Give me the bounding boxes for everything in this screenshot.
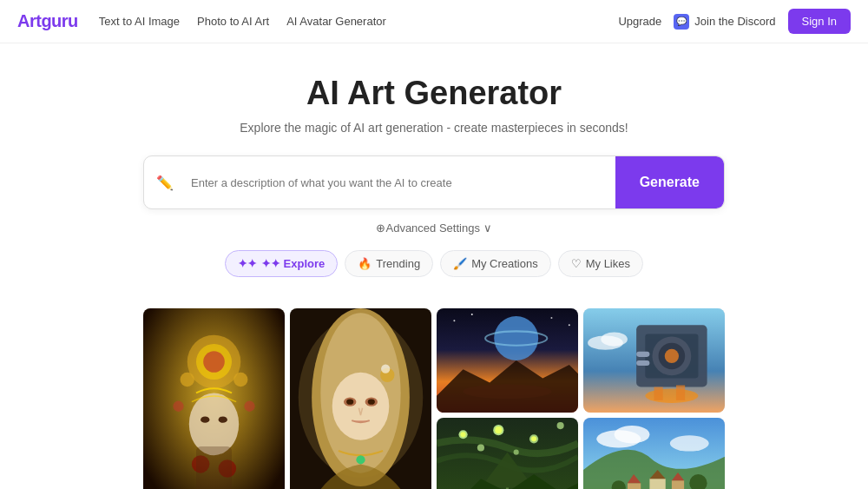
gallery-item-starry-hills[interactable] <box>437 418 578 489</box>
pencil-icon: ✏️ <box>144 175 182 191</box>
logo[interactable]: Artguru <box>17 11 78 31</box>
upgrade-button[interactable]: Upgrade <box>618 15 661 28</box>
svg-point-27 <box>494 316 538 360</box>
gallery-item-scifi-machine[interactable] <box>583 308 725 413</box>
svg-point-3 <box>203 351 225 373</box>
my-creations-icon: 🖌️ <box>453 257 467 270</box>
my-likes-icon: ♡ <box>571 257 582 270</box>
tab-explore[interactable]: ✦✦ ✦✦ Explore <box>225 250 338 277</box>
signin-button[interactable]: Sign In <box>788 9 851 34</box>
svg-point-23 <box>356 455 365 464</box>
svg-point-25 <box>381 365 390 373</box>
discord-button[interactable]: 💬 Join the Discord <box>674 14 775 30</box>
nav-photo-to-ai[interactable]: Photo to AI Art <box>197 15 269 28</box>
svg-point-49 <box>461 432 466 437</box>
svg-point-30 <box>471 314 473 315</box>
svg-point-18 <box>332 373 390 440</box>
svg-rect-61 <box>628 483 641 489</box>
tab-my-likes[interactable]: ♡ My Likes <box>558 250 643 277</box>
svg-rect-65 <box>672 480 684 489</box>
hero-section: AI Art Generator Explore the magic of AI… <box>0 43 868 308</box>
chevron-down-icon: ∨ <box>483 221 492 235</box>
gallery-tabs: ✦✦ ✦✦ Explore 🔥 Trending 🖌️ My Creations… <box>17 250 851 277</box>
svg-point-55 <box>477 444 484 451</box>
nav: Text to AI Image Photo to AI Art AI Avat… <box>99 15 386 28</box>
svg-point-8 <box>233 373 247 387</box>
svg-point-39 <box>665 349 679 363</box>
gallery-item-ornate-face[interactable] <box>143 308 285 489</box>
svg-point-21 <box>346 400 353 405</box>
svg-point-10 <box>244 401 254 412</box>
svg-point-42 <box>645 389 698 403</box>
svg-point-4 <box>189 393 239 455</box>
hero-subtitle: Explore the magic of AI art generation -… <box>17 121 851 135</box>
svg-rect-40 <box>636 352 649 357</box>
tab-explore-label: ✦✦ Explore <box>261 257 325 270</box>
svg-point-32 <box>569 324 570 326</box>
gallery-item-space-sunset[interactable] <box>437 308 578 413</box>
svg-point-29 <box>453 320 455 321</box>
svg-rect-13 <box>196 446 232 489</box>
header-right: Upgrade 💬 Join the Discord Sign In <box>618 9 851 34</box>
svg-point-5 <box>201 417 209 423</box>
prompt-input-area: ✏️ Generate <box>143 155 725 209</box>
trending-icon: 🔥 <box>358 257 372 270</box>
explore-icon: ✦✦ <box>238 257 257 270</box>
svg-point-59 <box>615 426 650 443</box>
svg-rect-43 <box>654 387 663 400</box>
svg-point-7 <box>181 373 194 387</box>
svg-rect-44 <box>676 386 685 400</box>
svg-point-51 <box>495 426 502 433</box>
advanced-settings-label: ⊕Advanced Settings <box>376 221 483 235</box>
svg-point-56 <box>514 450 519 455</box>
svg-point-6 <box>219 417 227 423</box>
generate-button[interactable]: Generate <box>615 156 724 208</box>
advanced-settings-toggle[interactable]: ⊕Advanced Settings ∨ <box>17 221 851 235</box>
tab-trending[interactable]: 🔥 Trending <box>345 250 433 277</box>
tab-my-creations[interactable]: 🖌️ My Creations <box>440 250 551 277</box>
gallery-item-village[interactable] <box>583 418 725 489</box>
svg-point-46 <box>601 332 628 346</box>
tab-my-likes-label: My Likes <box>586 257 630 270</box>
svg-rect-63 <box>649 479 665 489</box>
prompt-input[interactable] <box>182 161 615 205</box>
svg-point-54 <box>557 422 564 429</box>
svg-point-31 <box>550 317 552 319</box>
header: Artguru Text to AI Image Photo to AI Art… <box>0 0 868 43</box>
nav-ai-avatar[interactable]: AI Avatar Generator <box>286 15 386 28</box>
svg-point-22 <box>368 400 375 405</box>
nav-text-to-ai[interactable]: Text to AI Image <box>99 15 180 28</box>
tab-my-creations-label: My Creations <box>471 257 538 270</box>
svg-point-60 <box>670 435 709 451</box>
svg-point-9 <box>173 401 183 412</box>
discord-icon: 💬 <box>674 14 689 30</box>
svg-rect-41 <box>636 360 649 366</box>
hero-title: AI Art Generator <box>17 75 851 112</box>
header-left: Artguru Text to AI Image Photo to AI Art… <box>17 11 386 31</box>
gallery-item-blonde-portrait[interactable] <box>290 308 431 489</box>
discord-label: Join the Discord <box>694 15 775 28</box>
svg-point-53 <box>531 436 536 441</box>
tab-trending-label: Trending <box>376 257 420 270</box>
